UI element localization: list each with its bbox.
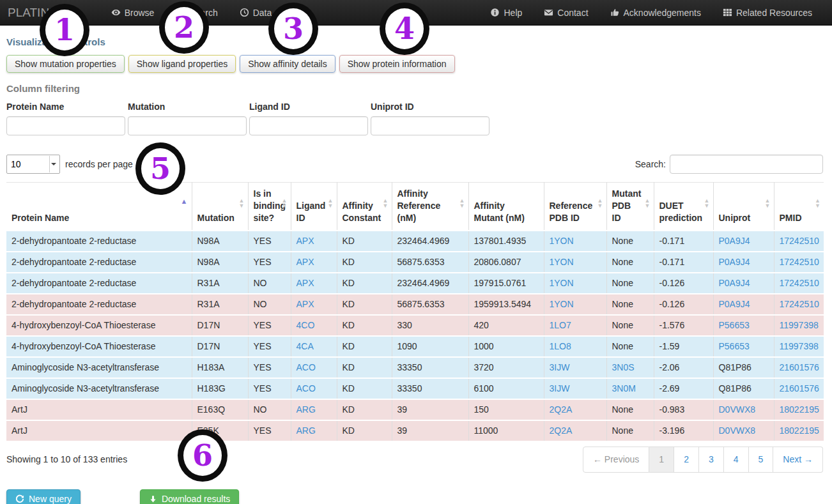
pagination-page-1[interactable]: 1: [649, 447, 674, 473]
cell-uniprot[interactable]: D0VWX8: [713, 399, 774, 420]
cell-reference-pdb-id[interactable]: 2Q2A: [544, 420, 606, 441]
cell-link-uniprot[interactable]: P0A9J4: [719, 236, 750, 246]
cell-link-pmid[interactable]: 18022195: [780, 425, 819, 436]
cell-ligand-id[interactable]: APX: [291, 252, 337, 273]
cell-pmid[interactable]: 18022195: [774, 420, 824, 441]
filter-input-uniprot-id[interactable]: [371, 116, 489, 135]
column-header-duet-prediction[interactable]: DUET prediction▲▼: [654, 183, 713, 231]
cell-link-pmid[interactable]: 18022195: [780, 404, 819, 415]
cell-link-ligand-id[interactable]: ACO: [297, 383, 316, 393]
cell-link-ligand-id[interactable]: ARG: [297, 404, 316, 415]
filter-input-mutation[interactable]: [128, 116, 247, 135]
search-input[interactable]: [670, 155, 823, 174]
show-affinity-details-button[interactable]: Show affinity details: [240, 55, 335, 73]
cell-ligand-id[interactable]: 4CA: [291, 336, 337, 357]
cell-ligand-id[interactable]: ARG: [291, 420, 337, 441]
filter-input-protein-name[interactable]: [6, 116, 125, 135]
cell-uniprot[interactable]: P0A9J4: [713, 294, 774, 315]
column-header-is-in-binding-site[interactable]: Is in binding site?▲▼: [248, 183, 291, 231]
nav-item-help[interactable]: Help: [479, 0, 533, 26]
cell-reference-pdb-id[interactable]: 3IJW: [544, 357, 606, 378]
column-header-mutant-pdb-id[interactable]: Mutant PDB ID▲▼: [606, 183, 654, 231]
cell-pmid[interactable]: 11997398: [774, 315, 824, 336]
download-results-button[interactable]: Download results: [140, 489, 239, 504]
cell-reference-pdb-id[interactable]: 1YON: [544, 273, 606, 294]
cell-pmid[interactable]: 17242510: [774, 231, 824, 252]
nav-item-acknowledgements[interactable]: Acknowledgements: [599, 0, 712, 26]
cell-pmid[interactable]: 17242510: [774, 273, 824, 294]
column-header-uniprot[interactable]: Uniprot▲▼: [713, 183, 774, 231]
pagination-page-4[interactable]: 4: [724, 447, 749, 473]
cell-reference-pdb-id[interactable]: 1LO8: [544, 336, 606, 357]
show-ligand-properties-button[interactable]: Show ligand properties: [128, 55, 236, 73]
column-header-reference-pdb-id[interactable]: Reference PDB ID▲▼: [544, 183, 606, 231]
cell-link-pmid[interactable]: 21601576: [780, 362, 819, 372]
new-query-button[interactable]: New query: [6, 489, 81, 504]
pagination-page-5[interactable]: 5: [749, 447, 774, 473]
cell-link-ligand-id[interactable]: APX: [297, 299, 314, 309]
cell-uniprot[interactable]: P56653: [713, 336, 774, 357]
cell-link-reference-pdb-id[interactable]: 1YON: [550, 257, 574, 267]
cell-reference-pdb-id[interactable]: 1LO7: [544, 315, 606, 336]
pagination-next[interactable]: Next →: [773, 447, 823, 473]
cell-link-pmid[interactable]: 21601576: [780, 383, 819, 393]
cell-link-pmid[interactable]: 11997398: [780, 341, 819, 351]
cell-pmid[interactable]: 21601576: [774, 378, 824, 399]
cell-link-uniprot[interactable]: P0A9J4: [719, 257, 750, 267]
cell-ligand-id[interactable]: ACO: [291, 378, 337, 399]
column-header-mutation[interactable]: Mutation▲▼: [192, 183, 248, 231]
records-per-page-select[interactable]: 10: [6, 155, 60, 174]
cell-uniprot[interactable]: P56653: [713, 315, 774, 336]
cell-link-uniprot[interactable]: P56653: [719, 320, 750, 330]
cell-ligand-id[interactable]: APX: [291, 273, 337, 294]
cell-link-ligand-id[interactable]: APX: [297, 236, 314, 246]
cell-reference-pdb-id[interactable]: 2Q2A: [544, 399, 606, 420]
cell-link-uniprot[interactable]: P0A9J4: [719, 299, 750, 309]
cell-link-mutant-pdb-id[interactable]: 3N0M: [612, 383, 636, 393]
cell-link-pmid[interactable]: 17242510: [780, 236, 819, 246]
cell-reference-pdb-id[interactable]: 3IJW: [544, 378, 606, 399]
cell-link-pmid[interactable]: 17242510: [780, 278, 819, 288]
cell-ligand-id[interactable]: 4CO: [291, 315, 337, 336]
cell-link-reference-pdb-id[interactable]: 1LO8: [550, 341, 571, 351]
cell-link-ligand-id[interactable]: 4CA: [297, 341, 314, 351]
cell-link-reference-pdb-id[interactable]: 3IJW: [550, 362, 570, 372]
cell-ligand-id[interactable]: ACO: [291, 357, 337, 378]
cell-pmid[interactable]: 17242510: [774, 294, 824, 315]
cell-link-uniprot[interactable]: D0VWX8: [719, 425, 756, 436]
cell-link-ligand-id[interactable]: ACO: [297, 362, 316, 372]
cell-link-ligand-id[interactable]: APX: [297, 278, 314, 288]
cell-uniprot[interactable]: P0A9J4: [713, 231, 774, 252]
cell-uniprot[interactable]: P0A9J4: [713, 273, 774, 294]
cell-link-ligand-id[interactable]: 4CO: [297, 320, 315, 330]
cell-link-ligand-id[interactable]: ARG: [297, 425, 316, 436]
cell-ligand-id[interactable]: APX: [291, 294, 337, 315]
cell-link-pmid[interactable]: 11997398: [780, 320, 819, 330]
cell-reference-pdb-id[interactable]: 1YON: [544, 252, 606, 273]
cell-pmid[interactable]: 17242510: [774, 252, 824, 273]
cell-link-reference-pdb-id[interactable]: 1YON: [550, 299, 574, 309]
cell-link-reference-pdb-id[interactable]: 1YON: [550, 236, 574, 246]
pagination-page-2[interactable]: 2: [674, 447, 699, 473]
cell-mutant-pdb-id[interactable]: 3N0S: [606, 357, 654, 378]
show-mutation-properties-button[interactable]: Show mutation properties: [6, 55, 125, 73]
cell-pmid[interactable]: 18022195: [774, 399, 824, 420]
cell-link-ligand-id[interactable]: APX: [297, 257, 314, 267]
cell-uniprot[interactable]: P0A9J4: [713, 252, 774, 273]
nav-item-contact[interactable]: Contact: [533, 0, 599, 26]
column-header-pmid[interactable]: PMID▲▼: [774, 183, 824, 231]
cell-link-uniprot[interactable]: P56653: [719, 341, 750, 351]
column-header-affinity-mutant[interactable]: Affinity Mutant (nM): [468, 183, 544, 231]
cell-uniprot[interactable]: D0VWX8: [713, 420, 774, 441]
cell-link-reference-pdb-id[interactable]: 1LO7: [550, 320, 571, 330]
show-protein-information-button[interactable]: Show protein information: [339, 55, 455, 73]
cell-ligand-id[interactable]: APX: [291, 231, 337, 252]
cell-pmid[interactable]: 21601576: [774, 357, 824, 378]
cell-ligand-id[interactable]: ARG: [291, 399, 337, 420]
nav-item-browse[interactable]: Browse: [100, 0, 166, 26]
pagination-previous[interactable]: ← Previous: [583, 447, 649, 473]
nav-item-related-resources[interactable]: Related Resources: [712, 0, 823, 26]
cell-link-mutant-pdb-id[interactable]: 3N0S: [612, 362, 635, 372]
cell-link-reference-pdb-id[interactable]: 1YON: [550, 278, 574, 288]
cell-mutant-pdb-id[interactable]: 3N0M: [606, 378, 654, 399]
